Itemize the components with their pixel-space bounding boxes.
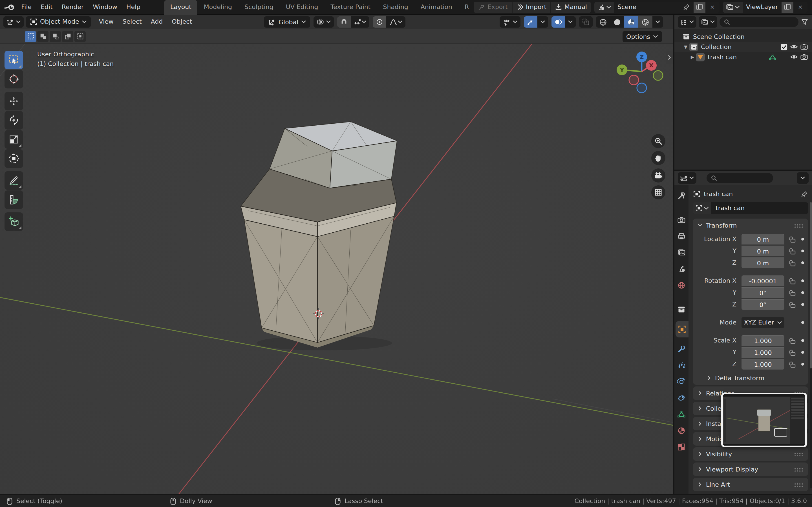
- properties-search-input[interactable]: [707, 173, 773, 183]
- menu-file[interactable]: File: [17, 0, 36, 14]
- visibility-dropdown[interactable]: [500, 16, 520, 27]
- animate-dot[interactable]: [801, 291, 804, 294]
- menu-select[interactable]: Select: [118, 14, 146, 29]
- tab-sculpting[interactable]: Sculpting: [238, 0, 280, 14]
- tool-annotate[interactable]: [4, 171, 23, 190]
- menu-add[interactable]: Add: [146, 14, 167, 29]
- collection-exclude-checkbox[interactable]: [779, 43, 789, 51]
- menu-window[interactable]: Window: [88, 0, 122, 14]
- scene-new-button[interactable]: [694, 1, 705, 13]
- lock-open-icon[interactable]: [788, 360, 796, 368]
- location-y-input[interactable]: 0 m: [742, 245, 784, 256]
- navigation-gizmo[interactable]: Z X Y: [617, 52, 663, 93]
- lock-open-icon[interactable]: [788, 259, 796, 267]
- outliner-filter-type-button[interactable]: [699, 16, 717, 27]
- tab-texture-properties[interactable]: [674, 439, 689, 455]
- show-gizmo-toggle[interactable]: [524, 16, 538, 27]
- hide-in-viewport-toggle[interactable]: [789, 43, 799, 51]
- panel-grip-icon[interactable]: [794, 223, 804, 228]
- properties-scrollbar[interactable]: [810, 202, 812, 489]
- scene-unlink-button[interactable]: ×: [705, 1, 719, 13]
- select-mode-intersect[interactable]: [74, 31, 86, 42]
- tab-constraint-properties[interactable]: [674, 390, 689, 406]
- tool-measure[interactable]: [4, 190, 23, 209]
- options-button[interactable]: Options: [622, 31, 662, 42]
- lock-open-icon[interactable]: [788, 300, 796, 308]
- tab-output-properties[interactable]: [674, 228, 689, 244]
- tab-view-layer-properties[interactable]: [674, 244, 689, 261]
- tool-transform[interactable]: [4, 149, 23, 168]
- tool-move[interactable]: [4, 92, 23, 110]
- panel-grip-icon[interactable]: [794, 452, 804, 456]
- visibility-panel-header[interactable]: Visibility: [693, 447, 808, 461]
- panel-grip-icon[interactable]: [794, 467, 804, 471]
- menu-edit[interactable]: Edit: [36, 0, 57, 14]
- gizmo-axis-y-neg[interactable]: [653, 71, 663, 80]
- line-art-panel-header[interactable]: Line Art: [693, 478, 808, 491]
- hide-in-viewport-toggle[interactable]: [789, 53, 799, 61]
- rotation-z-input[interactable]: 0°: [742, 299, 784, 310]
- menu-help[interactable]: Help: [122, 0, 145, 14]
- pin-icon[interactable]: [683, 3, 690, 11]
- tool-scale[interactable]: [4, 130, 23, 149]
- lock-open-icon[interactable]: [788, 247, 796, 255]
- sidebar-collapse-handle[interactable]: [666, 51, 673, 64]
- shading-dropdown[interactable]: [652, 16, 663, 27]
- view-layer-new-button[interactable]: [781, 1, 794, 13]
- select-mode-subtract[interactable]: [50, 31, 61, 42]
- tab-animation[interactable]: Animation: [414, 0, 458, 14]
- animate-dot[interactable]: [801, 279, 804, 282]
- tab-render-properties[interactable]: [674, 212, 689, 228]
- scene-browse-button[interactable]: [594, 1, 614, 13]
- object-id-browse-button[interactable]: [693, 202, 711, 214]
- shading-material-preview-button[interactable]: [624, 16, 638, 27]
- location-x-input[interactable]: 0 m: [742, 234, 784, 244]
- select-mode-new[interactable]: [25, 31, 36, 42]
- animate-dot[interactable]: [801, 321, 804, 324]
- outliner-row-scene-collection[interactable]: Scene Collection: [674, 32, 812, 42]
- menu-view[interactable]: View: [94, 14, 118, 29]
- zoom-button[interactable]: [651, 134, 665, 148]
- tab-uv-editing[interactable]: UV Editing: [280, 0, 324, 14]
- viewport-canvas[interactable]: Z X Y User Orthographic (1) Collection |…: [0, 44, 673, 494]
- tab-shading[interactable]: Shading: [377, 0, 414, 14]
- proportional-edit-toggle[interactable]: [373, 16, 386, 27]
- camera-view-button[interactable]: [651, 168, 665, 182]
- pan-button[interactable]: [651, 151, 665, 165]
- panel-grip-icon[interactable]: [794, 482, 804, 487]
- outliner-search-input[interactable]: [719, 17, 799, 27]
- view-layer-remove-button[interactable]: ×: [794, 1, 808, 13]
- toggle-ortho-button[interactable]: [651, 185, 665, 200]
- tab-object-data-properties[interactable]: [674, 406, 689, 422]
- overlays-dropdown[interactable]: [565, 16, 576, 27]
- tab-layout[interactable]: Layout: [164, 0, 198, 14]
- manual-button[interactable]: Manual: [551, 1, 591, 13]
- outliner-row-trash-can[interactable]: ▶ trash can: [674, 52, 812, 62]
- editor-type-button[interactable]: [3, 16, 24, 27]
- location-z-input[interactable]: 0 m: [742, 258, 784, 268]
- tab-texture-paint[interactable]: Texture Paint: [324, 0, 377, 14]
- disclosure-collapsed-icon[interactable]: ▶: [689, 54, 696, 59]
- animate-dot[interactable]: [801, 339, 804, 342]
- select-mode-invert[interactable]: [62, 31, 73, 42]
- trash-can-model[interactable]: [241, 122, 397, 350]
- scale-x-input[interactable]: 1.000: [742, 335, 784, 346]
- gizmo-axis-z-neg[interactable]: [637, 83, 647, 93]
- mode-dropdown[interactable]: Object Mode: [26, 16, 91, 27]
- tab-tool-properties[interactable]: [674, 187, 689, 204]
- transform-orientation-dropdown[interactable]: Global: [264, 16, 310, 27]
- pin-icon[interactable]: [801, 190, 808, 198]
- tab-particle-properties[interactable]: [674, 357, 689, 374]
- scene-name-field[interactable]: Scene: [614, 1, 694, 13]
- animate-dot[interactable]: [801, 303, 804, 306]
- gizmo-axis-x-neg[interactable]: [629, 75, 639, 85]
- disclosure-expanded-icon[interactable]: ▼: [682, 44, 689, 49]
- rotation-x-input[interactable]: -0.00001: [742, 276, 784, 286]
- lock-open-icon[interactable]: [788, 235, 796, 243]
- tab-scene-properties[interactable]: [674, 261, 689, 277]
- tab-collection-properties[interactable]: [674, 301, 689, 318]
- scale-y-input[interactable]: 1.000: [742, 347, 784, 358]
- scale-z-input[interactable]: 1.000: [742, 359, 784, 370]
- tab-modifier-properties[interactable]: [674, 341, 689, 357]
- tab-material-properties[interactable]: [674, 422, 689, 439]
